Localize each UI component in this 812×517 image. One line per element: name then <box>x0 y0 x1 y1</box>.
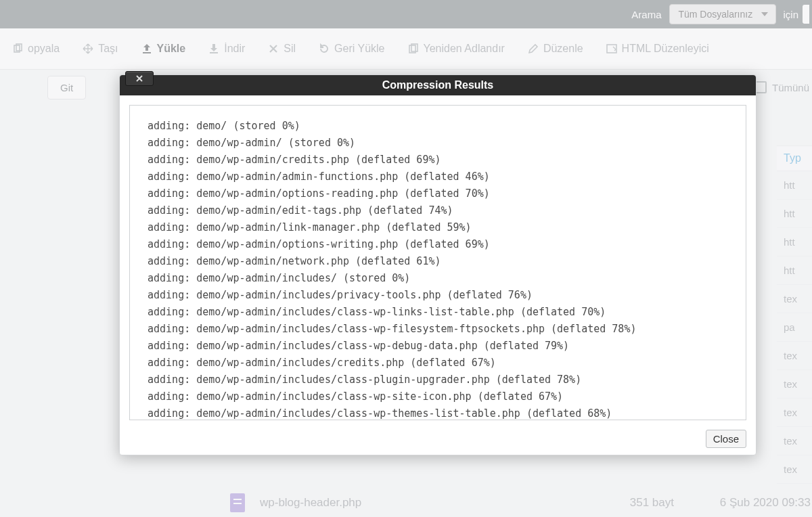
close-icon <box>135 74 143 83</box>
dialog-close-x[interactable] <box>125 71 154 86</box>
dialog-footer: Close <box>120 430 756 455</box>
dialog-title: Compression Results <box>382 79 493 91</box>
dialog-body: adding: demo/ (stored 0%) adding: demo/w… <box>120 95 756 430</box>
close-button[interactable]: Close <box>706 430 746 448</box>
compression-log[interactable]: adding: demo/ (stored 0%) adding: demo/w… <box>129 105 746 420</box>
compression-results-dialog: Compression Results adding: demo/ (store… <box>119 74 757 455</box>
dialog-titlebar[interactable]: Compression Results <box>120 75 756 95</box>
